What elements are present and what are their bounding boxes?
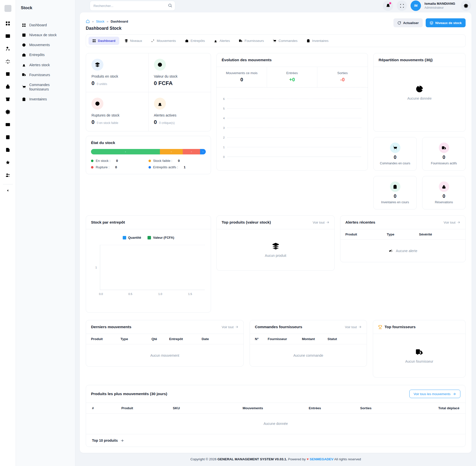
footer-vendor-link[interactable]: SENMEGADEV <box>310 457 333 461</box>
sidebar-item-fournisseurs[interactable]: Fournisseurs <box>19 70 72 80</box>
sidebar-item-label: Inventaires <box>29 97 47 101</box>
tab-label: Inventaires <box>312 39 328 43</box>
tab-niveaux[interactable]: Niveaux <box>121 37 146 45</box>
truck-icon <box>239 39 242 43</box>
mini-value: 0 <box>443 154 445 160</box>
legend-stock-faible: Stock faible :0 <box>149 159 206 163</box>
top-10-products-link[interactable]: Top 10 produits <box>86 434 465 447</box>
tab-label: Dashboard <box>98 39 116 43</box>
cart-icon <box>273 39 276 43</box>
sidebar-item-niveaux[interactable]: Niveaux de stock <box>19 30 72 40</box>
clipboard-icon <box>22 97 26 101</box>
top-products-card: Top produits (valeur stock) Voir tout Au… <box>216 215 335 271</box>
stock-state-bar: - - - - <box>91 149 206 154</box>
app-root: Stock Dashboard Niveaux de stock Mouveme… <box>0 0 476 466</box>
kpi-sub: 0 unités <box>97 82 107 86</box>
hamburger-menu-icon[interactable] <box>80 2 86 9</box>
truck-icon <box>415 348 423 356</box>
refresh-button[interactable]: Actualiser <box>393 18 423 27</box>
kpi-label: Valeur du stock <box>154 74 206 78</box>
search-input[interactable] <box>90 1 175 11</box>
tab-alertes[interactable]: Alertes <box>210 37 234 45</box>
tab-entrepots[interactable]: Entrepôts <box>181 37 209 45</box>
tab-commandes[interactable]: Commandes <box>269 37 301 45</box>
arrow-right-icon <box>120 439 124 442</box>
mini-card-commandes-en-cours: 0 Commandes en cours <box>373 137 417 171</box>
home-icon[interactable] <box>86 19 90 23</box>
mini-value: 0 <box>394 193 396 199</box>
tab-fournisseurs[interactable]: Fournisseurs <box>235 37 268 45</box>
view-all-link[interactable]: Voir tout <box>345 325 362 329</box>
latest-movements-card: Derniers mouvements Voir tout Produit Ty… <box>86 320 244 367</box>
card-title: Top produits (valeur stock) <box>222 220 271 225</box>
view-all-link[interactable]: Voir tout <box>222 325 238 329</box>
sidebar-item-inventaires[interactable]: Inventaires <box>19 94 72 104</box>
card-title: Stock par entrepôt <box>91 220 125 225</box>
view-all-link[interactable]: Voir tout <box>313 221 329 224</box>
empty-state: Aucun produit <box>265 242 286 258</box>
rail-gear-icon[interactable] <box>5 109 10 115</box>
view-all-movements-button[interactable]: Voir tous les mouvements <box>409 390 460 398</box>
rail-credit-card-icon[interactable] <box>5 122 10 127</box>
sidebar-item-entrepots[interactable]: Entrepôts <box>19 50 72 59</box>
rail-calculator-icon[interactable] <box>5 135 10 140</box>
rail-archive-icon[interactable] <box>5 97 10 102</box>
tab-dashboard[interactable]: Dashboard <box>89 37 119 45</box>
sidebar-item-alertes[interactable]: Alertes stock <box>19 60 72 70</box>
rail-collapse-icon[interactable] <box>5 188 10 193</box>
app-logo[interactable] <box>4 5 11 12</box>
column-header: Date <box>202 337 238 341</box>
settings-button[interactable] <box>461 0 471 11</box>
evolution-metrics: Mouvements ce mois 0 Entrées +0 Sorties … <box>217 67 368 87</box>
sidebar-item-dashboard[interactable]: Dashboard <box>19 20 72 30</box>
empty-label: Aucun mouvement <box>150 353 179 357</box>
mini-label: Réservations <box>435 201 453 204</box>
movements-icon <box>22 43 26 47</box>
tab-label: Commandes <box>278 39 298 43</box>
rail-idcard-icon[interactable] <box>5 33 10 39</box>
metric-value: -0 <box>317 77 368 83</box>
avatar[interactable]: IM <box>411 0 421 11</box>
sidebar-item-label: Entrepôts <box>29 53 45 57</box>
notifications-button[interactable] <box>383 0 393 11</box>
legend-dot-0 <box>91 160 93 162</box>
fullscreen-button[interactable] <box>397 0 407 11</box>
rail-users-icon[interactable] <box>5 173 10 178</box>
mini-value: 0 <box>394 154 396 160</box>
stock-bar-segment-1: - <box>160 149 183 154</box>
rail-bag-icon[interactable] <box>5 84 10 89</box>
refresh-label: Actualiser <box>403 21 419 25</box>
kpi-alertes-actives: Alertes actives 00 critique(s) <box>149 92 211 131</box>
tab-inventaires[interactable]: Inventaires <box>303 37 332 45</box>
legend-dot-3 <box>149 166 151 169</box>
tab-mouvements[interactable]: Mouvements <box>147 37 179 45</box>
tab-label: Fournisseurs <box>244 39 264 43</box>
column-header: # <box>92 406 121 410</box>
rail-star-icon[interactable] <box>5 160 10 165</box>
rail-dashboard-icon[interactable] <box>5 21 10 26</box>
view-all-link[interactable]: Voir tout <box>444 221 460 224</box>
column-header: Produit <box>121 406 173 410</box>
mini-label: Fournisseurs actifs <box>431 162 457 165</box>
heart-icon: ♥ <box>307 457 309 461</box>
stock-levels-button[interactable]: Niveaux de stock <box>426 18 466 27</box>
search-icon[interactable] <box>168 3 172 8</box>
view-all-label: Voir tout <box>345 325 357 329</box>
stock-by-warehouse-card: Stock par entrepôt Quantité Valeur (FCFA… <box>86 215 211 313</box>
metric-label: Mouvements ce mois <box>217 71 267 75</box>
rail-user-heart-icon[interactable] <box>5 46 10 51</box>
refresh-icon <box>397 21 401 25</box>
sidebar-item-commandes-fournisseurs[interactable]: Commandes fournisseurs <box>19 80 65 94</box>
rail-file-icon[interactable] <box>5 147 10 152</box>
metric-label: Entrées <box>267 71 317 75</box>
sidebar-item-mouvements[interactable]: Mouvements <box>19 40 72 50</box>
rail-store-icon[interactable] <box>5 71 10 77</box>
x-axis-tick: 0.5 <box>128 292 132 295</box>
breadcrumb-link-stock[interactable]: Stock <box>96 20 104 23</box>
empty-state: Aucune donnée <box>86 414 465 434</box>
y-axis-tick: 1 <box>95 266 97 269</box>
rail-org-icon[interactable] <box>5 59 10 64</box>
legend-rupture: Rupture :0 <box>91 165 149 169</box>
warehouse-icon <box>185 39 189 43</box>
mini-card-inventaires-en-cours: 0 Inventaires en cours <box>373 176 417 209</box>
